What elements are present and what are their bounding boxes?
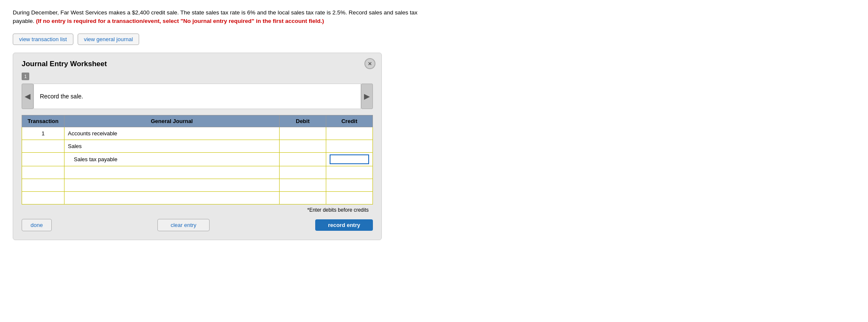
account-cell[interactable]: Sales	[64, 140, 280, 152]
journal-entry-worksheet: Journal Entry Worksheet × 1 ◀ Record the…	[13, 53, 382, 240]
table-row	[22, 191, 373, 204]
transaction-cell	[22, 179, 64, 191]
account-cell	[64, 179, 280, 191]
col-header-transaction: Transaction	[22, 115, 64, 127]
credit-cell[interactable]	[326, 140, 373, 152]
record-entry-button[interactable]: record entry	[315, 219, 373, 231]
close-button[interactable]: ×	[364, 58, 375, 69]
table-row: Sales	[22, 140, 373, 152]
prev-step-button[interactable]: ◀	[22, 84, 34, 109]
credit-cell[interactable]	[326, 152, 373, 166]
table-row	[22, 166, 373, 179]
top-buttons: view transaction list view general journ…	[13, 34, 855, 45]
credit-cell[interactable]	[326, 179, 373, 191]
col-header-credit: Credit	[326, 115, 373, 127]
debit-cell[interactable]	[280, 191, 326, 204]
transaction-cell: 1	[22, 127, 64, 140]
problem-text: During December, Far West Services makes…	[13, 8, 437, 26]
transaction-cell	[22, 191, 64, 204]
journal-table: Transaction General Journal Debit Credit…	[22, 115, 373, 204]
credit-cell[interactable]	[326, 127, 373, 140]
table-row: Sales tax payable	[22, 152, 373, 166]
view-transaction-list-button[interactable]: view transaction list	[13, 34, 73, 45]
next-step-button[interactable]: ▶	[361, 84, 373, 109]
warning-text: (If no entry is required for a transacti…	[36, 18, 324, 24]
table-row: 1Accounts receivable	[22, 127, 373, 140]
footnote: *Enter debits before credits	[22, 207, 373, 213]
credit-input-active[interactable]	[330, 154, 369, 164]
debit-cell[interactable]	[280, 127, 326, 140]
table-row	[22, 179, 373, 191]
navigation-row: ◀ Record the sale. ▶	[22, 84, 373, 109]
worksheet-title: Journal Entry Worksheet	[22, 60, 373, 68]
debit-cell[interactable]	[280, 140, 326, 152]
clear-entry-button[interactable]: clear entry	[157, 219, 210, 231]
done-button[interactable]: done	[22, 219, 52, 231]
transaction-cell	[22, 166, 64, 179]
transaction-cell	[22, 152, 64, 166]
col-header-general-journal: General Journal	[64, 115, 280, 127]
account-cell[interactable]: Sales tax payable	[64, 152, 280, 166]
credit-cell[interactable]	[326, 191, 373, 204]
bottom-bar: done clear entry record entry	[22, 219, 373, 231]
transaction-cell	[22, 140, 64, 152]
col-header-debit: Debit	[280, 115, 326, 127]
step-indicator: 1	[22, 73, 29, 80]
debit-cell[interactable]	[280, 179, 326, 191]
debit-cell[interactable]	[280, 166, 326, 179]
credit-cell[interactable]	[326, 166, 373, 179]
account-cell	[64, 166, 280, 179]
account-cell[interactable]: Accounts receivable	[64, 127, 280, 140]
view-general-journal-button[interactable]: view general journal	[78, 34, 140, 45]
debit-cell[interactable]	[280, 152, 326, 166]
step-content: Record the sale.	[34, 84, 361, 109]
account-cell	[64, 191, 280, 204]
